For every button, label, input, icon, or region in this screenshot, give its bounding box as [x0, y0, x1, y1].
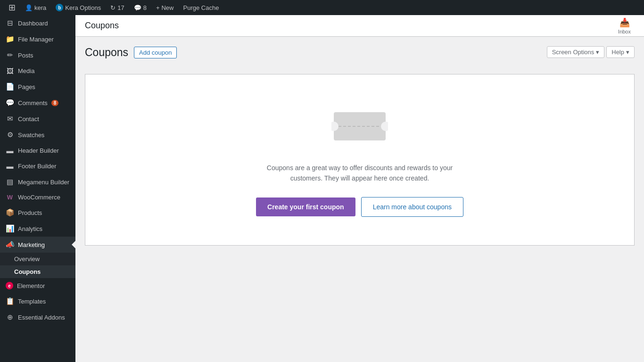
coupons-label: Coupons [14, 268, 41, 275]
marketing-submenu: Overview Coupons [0, 253, 75, 278]
sidebar-item-label: Megamenu Builder [18, 179, 69, 186]
updates-btn[interactable]: ↻ 17 [107, 0, 128, 15]
help-label: Help [611, 49, 624, 56]
marketing-icon: 📣 [6, 240, 14, 249]
coupon-illustration [331, 103, 388, 151]
sidebar-item-label: Footer Builder [18, 163, 57, 170]
sidebar-item-marketing[interactable]: 📣 Marketing [0, 237, 75, 253]
sidebar-item-file-manager[interactable]: 📁 File Manager [0, 31, 75, 47]
sidebar-item-products[interactable]: 📦 Products [0, 205, 75, 221]
screen-options-button[interactable]: Screen Options ▾ [547, 46, 605, 58]
user-icon: 👤 [25, 4, 33, 11]
contact-icon: ✉ [6, 115, 14, 123]
sidebar-item-label: Comments [18, 99, 48, 107]
kera-options-label: Kera Options [65, 4, 101, 11]
sidebar-item-footer-builder[interactable]: ▬ Footer Builder [0, 158, 75, 174]
sidebar-item-header-builder[interactable]: ▬ Header Builder [0, 143, 75, 158]
sidebar-item-label: WooCommerce [18, 194, 60, 201]
sidebar: ⊟ Dashboard 📁 File Manager ✏ Posts 🖼 Med… [0, 15, 75, 362]
sidebar-item-contact[interactable]: ✉ Contact [0, 111, 75, 127]
sidebar-item-label: Elementor [17, 282, 45, 289]
comments-count: 8 [143, 4, 147, 11]
content-header-title: Coupons [85, 21, 119, 31]
active-arrow [72, 241, 75, 248]
coupons-header: Coupons Add coupon [85, 46, 177, 59]
sidebar-item-label: Contact [18, 115, 39, 123]
page-content: Coupons Add coupon Screen Options ▾ Help… [75, 37, 644, 362]
submenu-item-overview[interactable]: Overview [0, 253, 75, 265]
top-options: Screen Options ▾ Help ▾ [547, 46, 635, 58]
page-title: Coupons [85, 46, 128, 59]
sidebar-item-label: Pages [18, 83, 35, 90]
sidebar-item-label: Products [18, 209, 42, 216]
sidebar-item-label: Header Builder [18, 147, 59, 154]
comments-badge: 8 [51, 100, 59, 106]
screen-options-label: Screen Options [552, 49, 594, 56]
sidebar-item-elementor[interactable]: e Elementor [0, 278, 75, 293]
sidebar-item-comments[interactable]: 💬 Comments 8 [0, 95, 75, 111]
sidebar-item-swatches[interactable]: ⚙ Swatches [0, 127, 75, 143]
sidebar-item-label: Essential Addons [18, 314, 65, 321]
sidebar-item-label: File Manager [18, 36, 54, 43]
plus-icon: + [156, 4, 160, 11]
header-right: 📥 Inbox [614, 16, 635, 36]
sidebar-item-woocommerce[interactable]: W WooCommerce [0, 190, 75, 205]
create-first-coupon-button[interactable]: Create your first coupon [256, 197, 355, 216]
updates-count: 17 [117, 4, 124, 11]
essential-addons-icon: ⊕ [6, 313, 14, 321]
new-btn[interactable]: + New [152, 0, 178, 15]
templates-icon: 📋 [6, 297, 14, 305]
chevron-down-icon: ▾ [626, 49, 629, 56]
empty-state: Coupons are a great way to offer discoun… [85, 74, 635, 246]
wp-logo-btn[interactable]: ⊞ [5, 0, 19, 15]
comments-icon: 💬 [6, 99, 14, 107]
inbox-button[interactable]: 📥 Inbox [614, 16, 635, 36]
sidebar-item-dashboard[interactable]: ⊟ Dashboard [0, 15, 75, 31]
sidebar-item-label: Dashboard [18, 20, 48, 27]
add-coupon-button[interactable]: Add coupon [134, 47, 177, 58]
learn-more-button[interactable]: Learn more about coupons [361, 197, 463, 217]
woocommerce-icon: W [6, 194, 14, 201]
user-btn[interactable]: 👤 kera [21, 0, 50, 15]
kera-options-btn[interactable]: b Kera Options [52, 0, 105, 15]
sidebar-item-label: Media [18, 67, 34, 74]
file-manager-icon: 📁 [6, 35, 14, 43]
header-builder-icon: ▬ [6, 147, 14, 155]
inbox-icon: 📥 [619, 17, 630, 28]
sidebar-item-media[interactable]: 🖼 Media [0, 63, 75, 79]
submenu-item-coupons[interactable]: Coupons [0, 265, 75, 278]
admin-bar: ⊞ 👤 kera b Kera Options ↻ 17 💬 8 + New P… [0, 0, 644, 15]
sidebar-item-analytics[interactable]: 📊 Analytics [0, 221, 75, 237]
sidebar-item-label: Marketing [18, 241, 45, 248]
overview-label: Overview [14, 255, 40, 263]
new-label: New [161, 4, 173, 11]
sidebar-item-label: Posts [18, 52, 33, 59]
content-area: Coupons 📥 Inbox Coupons Add coupon Scree… [75, 15, 644, 362]
elementor-icon: e [6, 282, 13, 289]
chevron-down-icon: ▾ [596, 49, 599, 56]
purge-cache-btn[interactable]: Purge Cache [179, 0, 223, 15]
updates-icon: ↻ [110, 4, 116, 11]
sidebar-item-templates[interactable]: 📋 Templates [0, 293, 75, 309]
comments-icon: 💬 [134, 4, 141, 11]
content-header: Coupons 📥 Inbox [75, 15, 644, 37]
sidebar-item-label: Swatches [18, 132, 44, 139]
dashboard-icon: ⊟ [6, 19, 14, 27]
sidebar-item-essential-addons[interactable]: ⊕ Essential Addons [0, 309, 75, 325]
help-button[interactable]: Help ▾ [606, 46, 635, 58]
megamenu-icon: ▤ [6, 178, 14, 186]
posts-icon: ✏ [6, 51, 14, 59]
sidebar-item-posts[interactable]: ✏ Posts [0, 47, 75, 63]
empty-state-actions: Create your first coupon Learn more abou… [256, 197, 463, 217]
comments-btn[interactable]: 💬 8 [130, 0, 150, 15]
empty-state-description: Coupons are a great way to offer discoun… [256, 163, 463, 184]
products-icon: 📦 [6, 208, 14, 217]
sidebar-item-pages[interactable]: 📄 Pages [0, 79, 75, 95]
pages-icon: 📄 [6, 82, 14, 91]
media-icon: 🖼 [6, 67, 14, 75]
sidebar-item-label: Templates [18, 298, 46, 305]
analytics-icon: 📊 [6, 224, 14, 233]
footer-builder-icon: ▬ [6, 162, 14, 170]
sidebar-item-megamenu-builder[interactable]: ▤ Megamenu Builder [0, 174, 75, 190]
wp-logo-icon: ⊞ [8, 2, 16, 13]
